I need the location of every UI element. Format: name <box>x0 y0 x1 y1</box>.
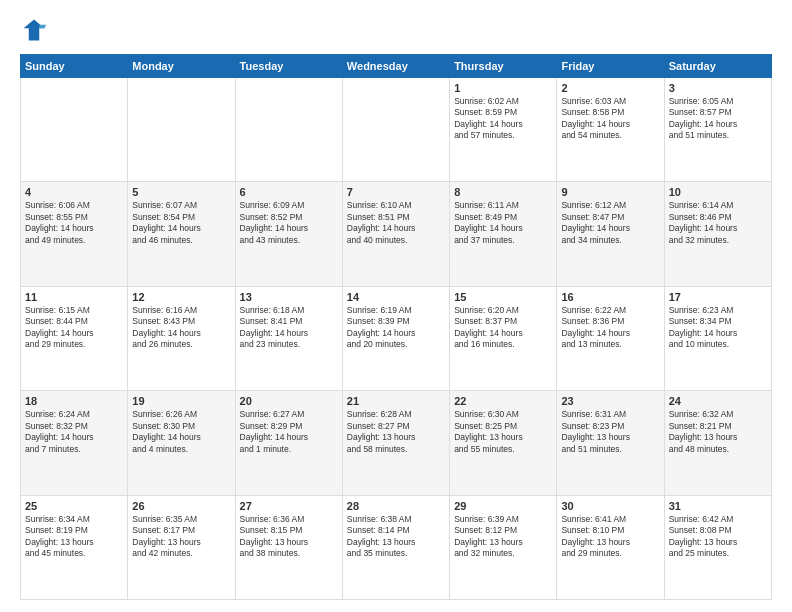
calendar-cell: 8Sunrise: 6:11 AM Sunset: 8:49 PM Daylig… <box>450 182 557 286</box>
day-info: Sunrise: 6:31 AM Sunset: 8:23 PM Dayligh… <box>561 409 659 455</box>
day-info: Sunrise: 6:09 AM Sunset: 8:52 PM Dayligh… <box>240 200 338 246</box>
day-info: Sunrise: 6:28 AM Sunset: 8:27 PM Dayligh… <box>347 409 445 455</box>
weekday-header-monday: Monday <box>128 55 235 78</box>
day-info: Sunrise: 6:02 AM Sunset: 8:59 PM Dayligh… <box>454 96 552 142</box>
day-number: 31 <box>669 500 767 512</box>
day-info: Sunrise: 6:14 AM Sunset: 8:46 PM Dayligh… <box>669 200 767 246</box>
calendar-cell: 22Sunrise: 6:30 AM Sunset: 8:25 PM Dayli… <box>450 391 557 495</box>
day-info: Sunrise: 6:15 AM Sunset: 8:44 PM Dayligh… <box>25 305 123 351</box>
day-number: 8 <box>454 186 552 198</box>
calendar-cell <box>342 78 449 182</box>
calendar-cell: 1Sunrise: 6:02 AM Sunset: 8:59 PM Daylig… <box>450 78 557 182</box>
day-info: Sunrise: 6:39 AM Sunset: 8:12 PM Dayligh… <box>454 514 552 560</box>
day-info: Sunrise: 6:41 AM Sunset: 8:10 PM Dayligh… <box>561 514 659 560</box>
day-info: Sunrise: 6:35 AM Sunset: 8:17 PM Dayligh… <box>132 514 230 560</box>
day-number: 15 <box>454 291 552 303</box>
calendar-week-5: 25Sunrise: 6:34 AM Sunset: 8:19 PM Dayli… <box>21 495 772 599</box>
header <box>20 16 772 44</box>
day-info: Sunrise: 6:26 AM Sunset: 8:30 PM Dayligh… <box>132 409 230 455</box>
calendar-cell: 16Sunrise: 6:22 AM Sunset: 8:36 PM Dayli… <box>557 286 664 390</box>
day-info: Sunrise: 6:36 AM Sunset: 8:15 PM Dayligh… <box>240 514 338 560</box>
day-info: Sunrise: 6:12 AM Sunset: 8:47 PM Dayligh… <box>561 200 659 246</box>
calendar-week-3: 11Sunrise: 6:15 AM Sunset: 8:44 PM Dayli… <box>21 286 772 390</box>
svg-marker-1 <box>39 25 46 29</box>
day-info: Sunrise: 6:32 AM Sunset: 8:21 PM Dayligh… <box>669 409 767 455</box>
calendar-cell: 12Sunrise: 6:16 AM Sunset: 8:43 PM Dayli… <box>128 286 235 390</box>
day-number: 27 <box>240 500 338 512</box>
day-number: 29 <box>454 500 552 512</box>
day-number: 1 <box>454 82 552 94</box>
day-info: Sunrise: 6:11 AM Sunset: 8:49 PM Dayligh… <box>454 200 552 246</box>
day-number: 20 <box>240 395 338 407</box>
logo <box>20 16 52 44</box>
weekday-header-thursday: Thursday <box>450 55 557 78</box>
calendar-cell: 18Sunrise: 6:24 AM Sunset: 8:32 PM Dayli… <box>21 391 128 495</box>
calendar-cell: 4Sunrise: 6:06 AM Sunset: 8:55 PM Daylig… <box>21 182 128 286</box>
day-number: 5 <box>132 186 230 198</box>
calendar-cell: 23Sunrise: 6:31 AM Sunset: 8:23 PM Dayli… <box>557 391 664 495</box>
weekday-header-sunday: Sunday <box>21 55 128 78</box>
calendar-cell: 26Sunrise: 6:35 AM Sunset: 8:17 PM Dayli… <box>128 495 235 599</box>
calendar-cell: 15Sunrise: 6:20 AM Sunset: 8:37 PM Dayli… <box>450 286 557 390</box>
weekday-header-saturday: Saturday <box>664 55 771 78</box>
weekday-header-friday: Friday <box>557 55 664 78</box>
calendar-week-4: 18Sunrise: 6:24 AM Sunset: 8:32 PM Dayli… <box>21 391 772 495</box>
calendar-cell: 9Sunrise: 6:12 AM Sunset: 8:47 PM Daylig… <box>557 182 664 286</box>
calendar-cell: 17Sunrise: 6:23 AM Sunset: 8:34 PM Dayli… <box>664 286 771 390</box>
day-number: 3 <box>669 82 767 94</box>
calendar-cell: 27Sunrise: 6:36 AM Sunset: 8:15 PM Dayli… <box>235 495 342 599</box>
calendar-cell: 20Sunrise: 6:27 AM Sunset: 8:29 PM Dayli… <box>235 391 342 495</box>
day-number: 26 <box>132 500 230 512</box>
day-info: Sunrise: 6:22 AM Sunset: 8:36 PM Dayligh… <box>561 305 659 351</box>
calendar-cell: 5Sunrise: 6:07 AM Sunset: 8:54 PM Daylig… <box>128 182 235 286</box>
day-info: Sunrise: 6:34 AM Sunset: 8:19 PM Dayligh… <box>25 514 123 560</box>
day-info: Sunrise: 6:27 AM Sunset: 8:29 PM Dayligh… <box>240 409 338 455</box>
day-number: 11 <box>25 291 123 303</box>
day-number: 7 <box>347 186 445 198</box>
day-number: 4 <box>25 186 123 198</box>
calendar-cell: 29Sunrise: 6:39 AM Sunset: 8:12 PM Dayli… <box>450 495 557 599</box>
calendar-cell: 2Sunrise: 6:03 AM Sunset: 8:58 PM Daylig… <box>557 78 664 182</box>
day-info: Sunrise: 6:42 AM Sunset: 8:08 PM Dayligh… <box>669 514 767 560</box>
calendar-cell: 25Sunrise: 6:34 AM Sunset: 8:19 PM Dayli… <box>21 495 128 599</box>
day-number: 6 <box>240 186 338 198</box>
weekday-header-wednesday: Wednesday <box>342 55 449 78</box>
weekday-header-tuesday: Tuesday <box>235 55 342 78</box>
day-info: Sunrise: 6:05 AM Sunset: 8:57 PM Dayligh… <box>669 96 767 142</box>
logo-icon <box>20 16 48 44</box>
calendar-cell <box>21 78 128 182</box>
day-number: 16 <box>561 291 659 303</box>
day-number: 30 <box>561 500 659 512</box>
day-info: Sunrise: 6:38 AM Sunset: 8:14 PM Dayligh… <box>347 514 445 560</box>
calendar-cell: 6Sunrise: 6:09 AM Sunset: 8:52 PM Daylig… <box>235 182 342 286</box>
calendar-cell: 21Sunrise: 6:28 AM Sunset: 8:27 PM Dayli… <box>342 391 449 495</box>
calendar-cell: 24Sunrise: 6:32 AM Sunset: 8:21 PM Dayli… <box>664 391 771 495</box>
day-number: 14 <box>347 291 445 303</box>
day-number: 22 <box>454 395 552 407</box>
calendar-cell: 28Sunrise: 6:38 AM Sunset: 8:14 PM Dayli… <box>342 495 449 599</box>
day-number: 9 <box>561 186 659 198</box>
day-number: 24 <box>669 395 767 407</box>
day-info: Sunrise: 6:16 AM Sunset: 8:43 PM Dayligh… <box>132 305 230 351</box>
calendar-header: SundayMondayTuesdayWednesdayThursdayFrid… <box>21 55 772 78</box>
calendar-cell: 14Sunrise: 6:19 AM Sunset: 8:39 PM Dayli… <box>342 286 449 390</box>
day-number: 23 <box>561 395 659 407</box>
day-info: Sunrise: 6:18 AM Sunset: 8:41 PM Dayligh… <box>240 305 338 351</box>
day-info: Sunrise: 6:19 AM Sunset: 8:39 PM Dayligh… <box>347 305 445 351</box>
day-info: Sunrise: 6:10 AM Sunset: 8:51 PM Dayligh… <box>347 200 445 246</box>
calendar-cell <box>235 78 342 182</box>
day-number: 2 <box>561 82 659 94</box>
day-number: 13 <box>240 291 338 303</box>
day-number: 28 <box>347 500 445 512</box>
day-number: 18 <box>25 395 123 407</box>
day-info: Sunrise: 6:23 AM Sunset: 8:34 PM Dayligh… <box>669 305 767 351</box>
weekday-header-row: SundayMondayTuesdayWednesdayThursdayFrid… <box>21 55 772 78</box>
calendar-cell: 7Sunrise: 6:10 AM Sunset: 8:51 PM Daylig… <box>342 182 449 286</box>
calendar-cell: 13Sunrise: 6:18 AM Sunset: 8:41 PM Dayli… <box>235 286 342 390</box>
day-info: Sunrise: 6:07 AM Sunset: 8:54 PM Dayligh… <box>132 200 230 246</box>
day-number: 10 <box>669 186 767 198</box>
calendar-table: SundayMondayTuesdayWednesdayThursdayFrid… <box>20 54 772 600</box>
day-number: 17 <box>669 291 767 303</box>
calendar-cell: 30Sunrise: 6:41 AM Sunset: 8:10 PM Dayli… <box>557 495 664 599</box>
page: SundayMondayTuesdayWednesdayThursdayFrid… <box>0 0 792 612</box>
